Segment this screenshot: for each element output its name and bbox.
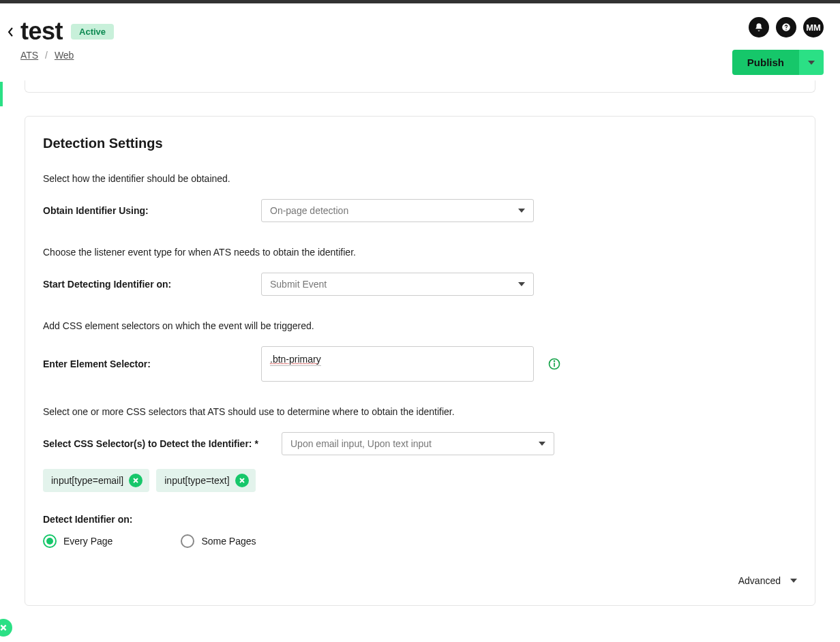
start-detect-label: Start Detecting Identifier on: [43, 279, 247, 290]
obtain-desc: Select how the identifier should be obta… [43, 173, 797, 184]
title-block: test Active ATS / Web [20, 17, 114, 61]
publish-dropdown[interactable] [799, 50, 824, 75]
css-selectors-select[interactable]: Upon email input, Upon text input [282, 432, 554, 455]
avatar[interactable]: MM [803, 17, 824, 37]
publish-group: Publish [732, 50, 824, 75]
chip-remove[interactable] [129, 474, 142, 487]
radio-label: Some Pages [201, 536, 256, 547]
header-icons: MM [749, 17, 824, 37]
detection-settings-card: Detection Settings Select how the identi… [25, 116, 815, 606]
start-detect-select[interactable]: Submit Event [261, 273, 534, 296]
obtain-value: On-page detection [270, 205, 348, 216]
radio-icon [181, 534, 194, 548]
back-button[interactable] [7, 27, 14, 40]
publish-button[interactable]: Publish [732, 50, 799, 75]
radio-some-pages[interactable]: Some Pages [181, 534, 256, 548]
advanced-toggle[interactable]: Advanced [43, 575, 797, 586]
obtain-select[interactable]: On-page detection [261, 199, 534, 222]
page-header: test Active ATS / Web MM Publish [0, 3, 840, 80]
start-detect-section: Choose the listener event type for when … [43, 247, 797, 296]
css-selectors-desc: Select one or more CSS selectors that AT… [43, 406, 797, 417]
start-detect-desc: Choose the listener event type for when … [43, 247, 797, 258]
breadcrumb-root[interactable]: ATS [20, 50, 38, 61]
element-selector-section: Add CSS element selectors on which the e… [43, 320, 797, 382]
status-badge: Active [71, 24, 114, 40]
element-selector-input[interactable]: .btn-primary [261, 346, 534, 382]
header-right: MM Publish [732, 17, 824, 75]
advanced-label: Advanced [738, 575, 781, 586]
side-indicator [0, 82, 3, 106]
start-detect-value: Submit Event [270, 279, 327, 290]
caret-down-icon [539, 442, 545, 446]
element-selector-value: .btn-primary [270, 354, 321, 366]
caret-down-icon [790, 579, 797, 583]
element-selector-desc: Add CSS element selectors on which the e… [43, 320, 797, 331]
detect-on-label: Detect Identifier on: [43, 514, 797, 525]
breadcrumb-leaf[interactable]: Web [55, 50, 74, 61]
previous-card-edge [25, 80, 815, 93]
notifications-button[interactable] [749, 17, 769, 37]
selector-chips: input[type=email] input[type=text] [43, 469, 797, 492]
svg-point-2 [554, 361, 555, 361]
chip-remove[interactable] [235, 474, 249, 487]
chip-label: input[type=email] [51, 475, 123, 486]
chip-text: input[type=text] [156, 469, 255, 492]
css-selectors-label: Select CSS Selector(s) to Detect the Ide… [43, 438, 268, 449]
radio-label: Every Page [63, 536, 112, 547]
header-left: test Active ATS / Web [7, 17, 114, 61]
detect-on-radios: Every Page Some Pages [43, 534, 797, 548]
caret-down-icon [518, 282, 525, 286]
element-selector-label: Enter Element Selector: [43, 358, 247, 369]
help-button[interactable] [776, 17, 796, 37]
radio-every-page[interactable]: Every Page [43, 534, 112, 548]
obtain-section: Select how the identifier should be obta… [43, 173, 797, 222]
css-selectors-section: Select one or more CSS selectors that AT… [43, 406, 797, 492]
chip-email: input[type=email] [43, 469, 149, 492]
page-title: test [20, 17, 63, 46]
breadcrumb-sep: / [45, 50, 48, 61]
chip-label: input[type=text] [164, 475, 229, 486]
css-selectors-value: Upon email input, Upon text input [290, 438, 432, 449]
card-heading: Detection Settings [43, 136, 797, 151]
radio-icon [43, 534, 57, 548]
obtain-label: Obtain Identifier Using: [43, 205, 247, 216]
caret-down-icon [808, 61, 815, 65]
info-icon[interactable] [548, 357, 561, 371]
caret-down-icon [518, 209, 525, 213]
breadcrumb: ATS / Web [20, 50, 114, 61]
main: Detection Settings Select how the identi… [0, 80, 840, 633]
